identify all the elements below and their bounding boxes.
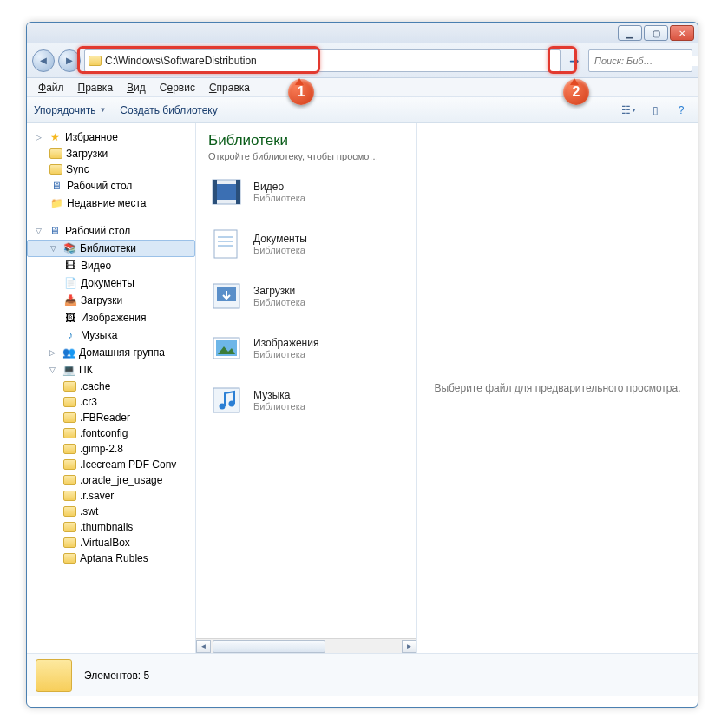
minimize-button[interactable]: ▁: [618, 25, 642, 41]
status-text: Элементов: 5: [84, 669, 149, 682]
folder-icon: [63, 491, 76, 501]
sidebar-homegroup[interactable]: ▷👥Домашняя группа: [27, 344, 195, 361]
star-icon: ★: [48, 130, 62, 144]
sidebar-fav-sync[interactable]: Sync: [27, 161, 195, 177]
search-box[interactable]: 🔍: [588, 49, 692, 72]
folder-icon: [63, 428, 76, 438]
lib-name: Видео: [253, 181, 305, 193]
folder-icon: [63, 537, 76, 548]
sidebar-libraries[interactable]: ▽📚Библиотеки: [27, 240, 195, 257]
navbar: ◄ ► ➜ 🔍: [27, 43, 698, 78]
folder-icon: [63, 459, 76, 470]
video-icon: 🎞: [63, 259, 77, 273]
horizontal-scrollbar[interactable]: ◄ ►: [196, 638, 416, 653]
new-library-button[interactable]: Создать библиотеку: [120, 104, 217, 116]
list-pane[interactable]: Библиотеки Откройте библиотеку, чтобы пр…: [196, 123, 417, 653]
menu-help[interactable]: Справка: [203, 80, 256, 96]
sidebar-pc-folder[interactable]: .gimp-2.8: [27, 441, 195, 457]
library-item-documents[interactable]: ДокументыБиблиотека: [208, 226, 413, 262]
video-lib-icon: [208, 174, 245, 210]
sidebar-lib-downloads[interactable]: 📥Загрузки: [27, 292, 195, 309]
sidebar-pc-folder[interactable]: Aptana Rubles: [27, 550, 195, 566]
folder-icon: [63, 412, 76, 423]
sidebar-lib-video[interactable]: 🎞Видео: [27, 257, 195, 274]
music-icon: ♪: [63, 328, 77, 342]
libraries-icon: 📚: [62, 241, 76, 255]
explorer-window: ▁ ▢ ✕ ◄ ► ➜ 🔍 Файл Правка Вид Сервис Спр…: [26, 22, 698, 708]
address-bar[interactable]: [84, 49, 561, 72]
folder-icon: [63, 444, 76, 454]
close-button[interactable]: ✕: [670, 25, 694, 41]
sidebar-pc-folder[interactable]: .cr3: [27, 394, 195, 410]
lib-type: Библиотека: [253, 297, 305, 307]
svg-rect-13: [213, 388, 239, 412]
library-item-music[interactable]: МузыкаБиблиотека: [208, 382, 413, 419]
preview-pane: Выберите файл для предварительного просм…: [417, 123, 698, 653]
lib-type: Библиотека: [253, 245, 307, 255]
titlebar: ▁ ▢ ✕: [27, 23, 698, 43]
desktop-icon: 🖥: [48, 224, 62, 238]
downloads-lib-icon: [208, 278, 245, 314]
menu-file[interactable]: Файл: [32, 80, 70, 96]
status-folder-icon: [36, 659, 72, 692]
homegroup-icon: 👥: [62, 346, 75, 359]
menu-view[interactable]: Вид: [121, 80, 152, 96]
lib-name: Документы: [253, 233, 307, 245]
sidebar-pc-folder[interactable]: .r.saver: [27, 488, 195, 504]
help-button[interactable]: ?: [672, 102, 691, 119]
sidebar-lib-images[interactable]: 🖼Изображения: [27, 309, 195, 326]
sidebar-pc-folder[interactable]: .Icecream PDF Conv: [27, 457, 195, 472]
folder-icon: [49, 164, 62, 175]
library-item-downloads[interactable]: ЗагрузкиБиблиотека: [208, 278, 413, 314]
sidebar-pc-folder[interactable]: .fontconfig: [27, 425, 195, 441]
library-item-images[interactable]: ИзображенияБиблиотека: [208, 330, 413, 366]
toolbar: Упорядочить▼ Создать библиотеку ☷▼ ▯ ?: [27, 97, 698, 123]
sidebar-pc-folder[interactable]: .thumbnails: [27, 519, 195, 535]
search-input[interactable]: [594, 56, 698, 66]
sidebar-favorites[interactable]: ▷★Избранное: [27, 129, 195, 146]
folder-icon: [63, 506, 76, 517]
view-mode-button[interactable]: ☷▼: [620, 102, 639, 119]
svg-rect-4: [214, 230, 237, 258]
lib-type: Библиотека: [253, 349, 318, 359]
organize-button[interactable]: Упорядочить▼: [34, 104, 106, 116]
desktop-icon: 🖥: [49, 179, 63, 193]
scroll-left-button[interactable]: ◄: [196, 640, 211, 653]
sidebar-pc[interactable]: ▽💻ПК: [27, 361, 195, 379]
images-icon: 🖼: [63, 311, 77, 325]
sidebar-fav-recent[interactable]: 📁Недавние места: [27, 194, 195, 212]
scroll-right-button[interactable]: ►: [402, 640, 416, 653]
scroll-thumb[interactable]: [213, 640, 325, 653]
preview-pane-button[interactable]: ▯: [646, 102, 665, 119]
library-item-video[interactable]: ВидеоБиблиотека: [208, 174, 413, 210]
sidebar-pc-folder[interactable]: .VirtualBox: [27, 535, 195, 550]
music-lib-icon: [208, 382, 245, 419]
sidebar-pc-folder[interactable]: .FBReader: [27, 410, 195, 425]
folder-icon: [89, 56, 102, 66]
images-lib-icon: [208, 330, 245, 366]
folder-icon: [63, 381, 76, 392]
svg-rect-2: [213, 180, 217, 204]
maximize-button[interactable]: ▢: [644, 25, 668, 41]
forward-button[interactable]: ►: [58, 49, 81, 72]
sidebar-lib-music[interactable]: ♪Музыка: [27, 326, 195, 344]
sidebar-pc-folder[interactable]: .oracle_jre_usage: [27, 472, 195, 488]
sidebar-desktop[interactable]: ▽🖥Рабочий стол: [27, 222, 195, 240]
sidebar-fav-desktop[interactable]: 🖥Рабочий стол: [27, 177, 195, 194]
sidebar[interactable]: ▷★Избранное Загрузки Sync 🖥Рабочий стол …: [27, 123, 196, 653]
go-button[interactable]: ➜: [564, 50, 585, 71]
svg-rect-3: [236, 180, 240, 204]
back-button[interactable]: ◄: [32, 49, 55, 72]
lib-type: Библиотека: [253, 401, 305, 412]
pc-icon: 💻: [62, 363, 75, 377]
sidebar-pc-folder[interactable]: .cache: [27, 379, 195, 394]
sidebar-lib-documents[interactable]: 📄Документы: [27, 274, 195, 292]
content-sub: Откройте библиотеку, чтобы просмо…: [208, 151, 413, 161]
sidebar-pc-folder[interactable]: .swt: [27, 504, 195, 519]
address-input[interactable]: [105, 55, 556, 67]
lib-name: Загрузки: [253, 285, 305, 297]
menu-edit[interactable]: Правка: [72, 80, 120, 96]
sidebar-fav-downloads[interactable]: Загрузки: [27, 146, 195, 161]
menu-tools[interactable]: Сервис: [154, 80, 201, 96]
lib-name: Изображения: [253, 337, 318, 349]
